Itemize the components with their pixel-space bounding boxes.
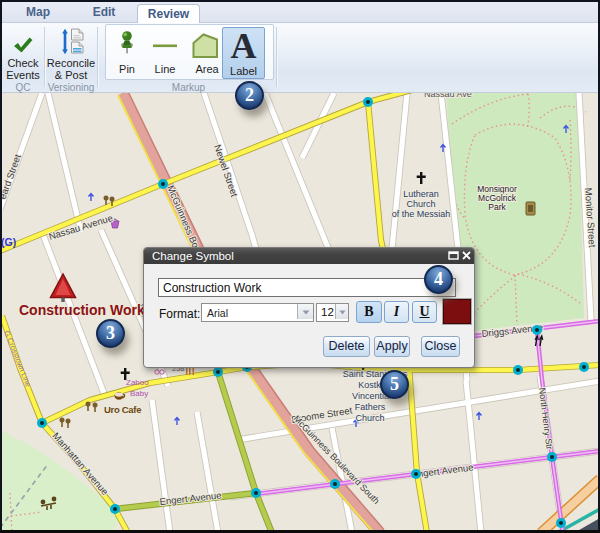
svg-text:Fathers: Fathers [355, 402, 386, 412]
svg-text:Park: Park [488, 202, 506, 212]
svg-text:Lutheran: Lutheran [403, 189, 439, 199]
svg-text:Baby: Baby [130, 389, 148, 398]
svg-text:Church: Church [355, 413, 384, 423]
svg-text:Zaboo: Zaboo [126, 378, 149, 387]
svg-text:(G): (G) [1, 236, 16, 248]
svg-text:Construction Work: Construction Work [19, 302, 145, 318]
svg-text:Church: Church [406, 199, 435, 209]
svg-text:Uro Cafe: Uro Cafe [104, 404, 141, 415]
svg-text:of the Messiah: of the Messiah [392, 209, 451, 219]
